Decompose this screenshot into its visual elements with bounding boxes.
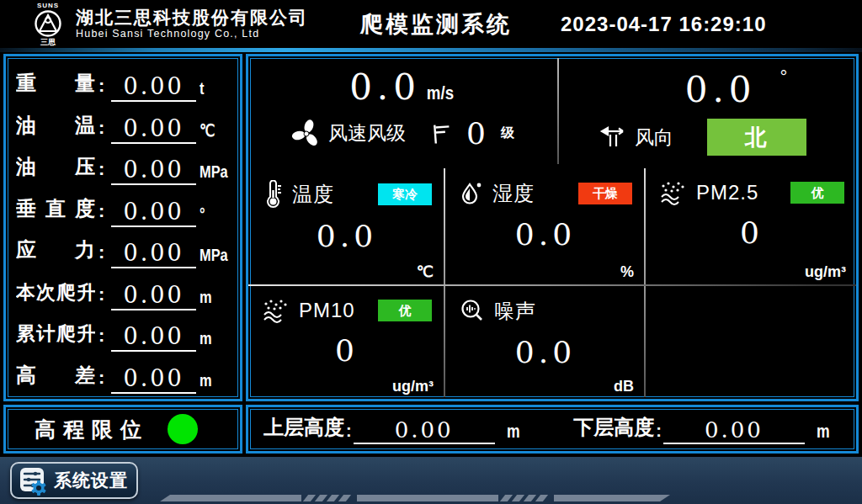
- footer-bar: 系统设置: [0, 457, 862, 504]
- sensor-unit: ℃: [417, 263, 434, 281]
- row-colon: :: [95, 367, 108, 394]
- row-unit: m: [200, 288, 226, 310]
- page-title: 爬模监测系统: [360, 9, 512, 40]
- sensor-value: 0: [262, 333, 432, 368]
- status-badge: 优: [378, 300, 432, 321]
- wind-direction-section: 0.0° 风向 北: [559, 60, 854, 167]
- row-colon: :: [95, 325, 108, 352]
- monitor-screen: SUNS 三思 湖北三思科技股份有限公司 Hubei Sansi Technol…: [0, 0, 862, 504]
- wind-direction-reading: 0.0°: [559, 66, 854, 110]
- logo-text-sansi: 三思: [40, 39, 56, 46]
- row-label: 应力: [16, 236, 95, 268]
- layer-heights-panel: 上层高度:0.00m 下层高度:0.00m: [246, 405, 859, 454]
- company-name-en: Hubei Sansi Technology Co., Ltd: [76, 29, 308, 40]
- sensor-unit: ug/m³: [805, 263, 846, 281]
- thermometer-icon: [262, 180, 284, 209]
- sensor-unit: %: [620, 263, 634, 281]
- row-label: 垂直度: [16, 195, 95, 227]
- row-colon: :: [95, 117, 108, 144]
- data-row-oil-pressure: 油压:0.00MPa: [16, 146, 231, 185]
- settings-button-label: 系统设置: [54, 469, 128, 492]
- sensor-card-humidity: 湿度 干燥 0.0 %: [445, 168, 644, 284]
- dust-icon: [659, 180, 688, 205]
- sensor-unit: ug/m³: [392, 378, 434, 395]
- wind-speed-reading: 0.0m/s: [248, 66, 557, 108]
- wind-direction-value: 0.0: [685, 69, 757, 110]
- row-value: 0.00: [111, 323, 196, 352]
- system-settings-button[interactable]: 系统设置: [10, 462, 138, 499]
- row-colon: :: [95, 284, 108, 310]
- upper-height-value: 0.00: [354, 417, 495, 444]
- row-label: 高差: [16, 362, 95, 394]
- sensor-value: 0.0: [459, 217, 632, 252]
- fan-icon: [291, 119, 322, 149]
- lower-height-value: 0.00: [663, 417, 805, 444]
- row-colon: :: [95, 75, 108, 102]
- upper-height-label: 上层高度: [263, 414, 344, 444]
- data-row-stress: 应力:0.00MPa: [16, 230, 231, 268]
- wind-speed-section: 0.0m/s 风速风级: [248, 60, 557, 167]
- wind-flag-icon: [431, 122, 453, 146]
- row-label: 本次爬升: [16, 279, 95, 310]
- colon: :: [654, 422, 663, 444]
- environment-panel: 0.0m/s 风速风级: [246, 54, 859, 401]
- row-unit: m: [200, 329, 226, 352]
- row-value: 0.00: [111, 73, 196, 102]
- wind-level-value: 0: [466, 116, 486, 151]
- row-unit: MPa: [200, 246, 226, 268]
- company-names: 湖北三思科技股份有限公司 Hubei Sansi Technology Co.,…: [76, 8, 308, 40]
- dust-icon: [262, 298, 290, 323]
- row-label: 累计爬升: [16, 321, 95, 352]
- data-row-oil-temp: 油温:0.00℃: [16, 105, 231, 144]
- row-value: 0.00: [111, 282, 196, 310]
- upper-height-unit: m: [507, 421, 520, 444]
- logo-text-suns: SUNS: [37, 3, 59, 9]
- wind-vane-icon: [599, 125, 628, 150]
- row-value: 0.00: [111, 199, 196, 227]
- sensor-label: 湿度: [492, 180, 535, 207]
- elevation-limit-status-light: [168, 414, 198, 444]
- row-unit: t: [200, 79, 226, 102]
- sensor-value: 0.0: [262, 219, 432, 253]
- elevation-limit-panel: 高程限位: [3, 405, 242, 454]
- data-row-weight: 重量:0.00t: [16, 63, 231, 102]
- sensor-grid: 温度 寒冷 0.0 ℃ 湿度 干燥: [248, 168, 856, 399]
- wind-speed-value: 0.0: [349, 66, 421, 108]
- row-label: 重量: [16, 70, 95, 102]
- sensor-card-pm25: PM2.5 优 0 ug/m³: [646, 168, 856, 284]
- sensor-label: PM2.5: [696, 181, 758, 204]
- wind-direction-indicator[interactable]: 北: [707, 119, 806, 156]
- sensor-label: 噪声: [494, 298, 536, 325]
- droplet-icon: [459, 180, 484, 207]
- data-row-verticality: 垂直度:0.00°: [16, 188, 231, 227]
- noise-icon: [459, 298, 486, 325]
- row-value: 0.00: [111, 365, 196, 394]
- upper-height-group: 上层高度:0.00m: [263, 414, 523, 444]
- status-badge: 寒冷: [378, 183, 432, 205]
- wind-speed-unit: m/s: [427, 82, 454, 104]
- sliders-gear-icon: [19, 465, 47, 496]
- header-bar: SUNS 三思 湖北三思科技股份有限公司 Hubei Sansi Technol…: [0, 0, 862, 48]
- row-unit: MPa: [200, 162, 226, 185]
- row-label: 油温: [16, 112, 95, 144]
- footer-stripe-decoration: [160, 495, 670, 501]
- elevation-limit-label: 高程限位: [35, 416, 149, 443]
- sensor-label: PM10: [299, 299, 355, 322]
- sensor-label: 温度: [292, 181, 334, 208]
- sensor-card-pm10: PM10 优 0 ug/m³: [248, 286, 444, 399]
- data-row-total-climb: 累计爬升:0.00m: [16, 313, 231, 352]
- wind-direction-row: 风向 北: [559, 119, 854, 156]
- sensor-value: 0.0: [459, 335, 632, 369]
- row-colon: :: [95, 200, 108, 227]
- wind-level-row: 风速风级 0 级: [248, 116, 557, 151]
- row-value: 0.00: [111, 157, 196, 185]
- sensor-value: 0: [659, 215, 844, 250]
- logo-emblem-icon: [34, 9, 62, 38]
- row-value: 0.00: [111, 115, 196, 144]
- row-unit: ℃: [200, 120, 226, 144]
- lower-height-label: 下层高度: [573, 414, 654, 444]
- sensor-card-noise: 噪声 0.0 dB: [445, 286, 644, 399]
- status-badge: 优: [790, 182, 844, 204]
- lower-height-group: 下层高度:0.00m: [573, 414, 833, 444]
- sensor-unit: dB: [614, 378, 634, 395]
